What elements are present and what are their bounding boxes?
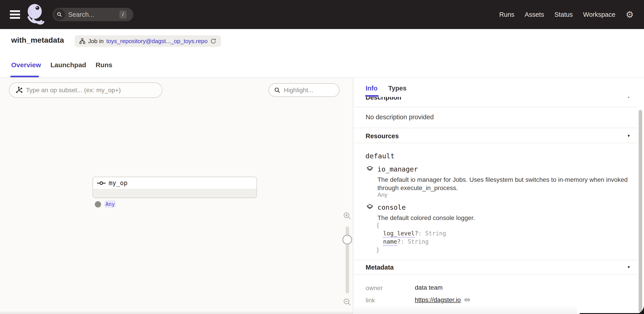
resource-description: The default io manager for Jobs. Uses fi… — [378, 175, 644, 192]
sidebar-tab-info[interactable]: Info — [366, 85, 378, 92]
tab-launchpad[interactable]: Launchpad — [50, 61, 86, 69]
sidebar-active-tab-indicator — [365, 95, 378, 97]
job-info-sidebar: Info Types Description ▼ No description … — [354, 78, 644, 314]
config-open-brace: { — [376, 221, 446, 229]
search-icon — [54, 9, 65, 20]
window-bottom-edge — [580, 313, 644, 314]
sidebar-bottom-shadow — [354, 305, 577, 314]
nav-item-runs[interactable]: Runs — [499, 11, 514, 18]
op-icon — [97, 181, 106, 185]
op-graph-panel: my_op Any — [0, 78, 353, 314]
global-search[interactable]: / — [53, 8, 133, 21]
zoom-out-icon[interactable] — [343, 298, 351, 307]
resource-name: io_manager — [378, 165, 418, 173]
highlight-search-icon — [274, 87, 281, 94]
tab-runs[interactable]: Runs — [96, 61, 112, 69]
zoom-slider-handle[interactable] — [342, 235, 352, 245]
metadata-collapse-caret-icon[interactable]: ▼ — [627, 265, 630, 270]
section-divider — [354, 143, 638, 143]
op-output-port[interactable] — [95, 201, 101, 207]
hamburger-menu-icon[interactable] — [10, 10, 20, 19]
resource-name: console — [378, 203, 406, 211]
section-divider — [354, 128, 638, 128]
description-section-header[interactable]: Description — [366, 97, 402, 101]
repo-link[interactable]: toys_repository@dagst..._op_toys.repo — [106, 38, 208, 45]
active-tab-indicator — [10, 76, 39, 77]
nav-item-status[interactable]: Status — [554, 11, 573, 18]
config-field: log_level?: String — [376, 229, 446, 238]
highlight-input[interactable] — [284, 87, 335, 94]
resource-config-type: Any — [378, 191, 388, 198]
zoom-in-icon[interactable] — [343, 211, 351, 221]
description-body: No description provided — [366, 114, 434, 121]
metadata-section-header[interactable]: Metadata — [366, 264, 394, 271]
op-subset-input[interactable] — [26, 87, 142, 94]
op-subset-filter[interactable] — [9, 82, 162, 98]
search-shortcut-key: / — [120, 10, 126, 18]
job-tabs: Overview Launchpad Runs — [11, 61, 112, 69]
metadata-key: link — [366, 297, 375, 304]
metadata-value: data team — [415, 284, 443, 291]
page-title: with_metadata — [11, 36, 64, 44]
settings-gear-icon[interactable]: ⚙ — [626, 10, 634, 19]
op-node-name: my_op — [109, 179, 128, 187]
resource-description: The default colored console logger. — [378, 214, 644, 222]
nav-item-workspace[interactable]: Workspace — [583, 11, 616, 18]
sidebar-scroll-area: Description ▼ No description provided Re… — [354, 97, 644, 314]
resources-section-header[interactable]: Resources — [366, 133, 399, 140]
dagster-logo-icon[interactable] — [26, 3, 45, 25]
graph-bottom-shadow — [0, 311, 353, 314]
config-field: name?: String — [376, 238, 446, 246]
op-selector-icon — [15, 86, 23, 94]
op-output-type-badge[interactable]: Any — [104, 200, 116, 208]
top-navigation-bar: / Runs Assets Status Workspace ⚙ — [0, 0, 644, 29]
config-close-brace: } — [376, 246, 446, 254]
job-badge-prefix: Job in — [88, 38, 104, 45]
reload-repo-icon[interactable] — [210, 38, 216, 44]
external-link-icon — [464, 297, 470, 303]
resource-layers-icon — [366, 203, 374, 212]
resource-group-name: default — [366, 152, 395, 160]
top-nav-links: Runs Assets Status Workspace ⚙ — [499, 0, 634, 29]
window-corner — [635, 305, 644, 314]
metadata-link-value[interactable]: https://dagster.io — [415, 296, 470, 304]
metadata-key: owner — [366, 285, 382, 292]
resource-config-schema: { log_level?: String name?: String } — [376, 221, 446, 254]
sidebar-tab-types[interactable]: Types — [388, 85, 406, 92]
section-divider — [354, 275, 638, 275]
resources-collapse-caret-icon[interactable]: ▼ — [627, 134, 630, 138]
nav-item-assets[interactable]: Assets — [524, 11, 544, 18]
search-input[interactable] — [68, 11, 113, 18]
job-graph-icon — [79, 38, 86, 44]
highlight-filter[interactable] — [268, 83, 340, 97]
sidebar-tabs: Info Types — [366, 85, 406, 92]
op-node-my-op[interactable]: my_op — [92, 177, 257, 198]
section-divider — [354, 260, 638, 260]
job-repo-badge: Job in toys_repository@dagst..._op_toys.… — [75, 35, 221, 47]
description-collapse-caret-icon[interactable]: ▼ — [627, 97, 630, 99]
tab-overview[interactable]: Overview — [11, 61, 41, 69]
resource-layers-icon — [366, 165, 374, 174]
window-scrollbar-thumb[interactable] — [639, 110, 642, 312]
section-divider — [354, 107, 638, 107]
